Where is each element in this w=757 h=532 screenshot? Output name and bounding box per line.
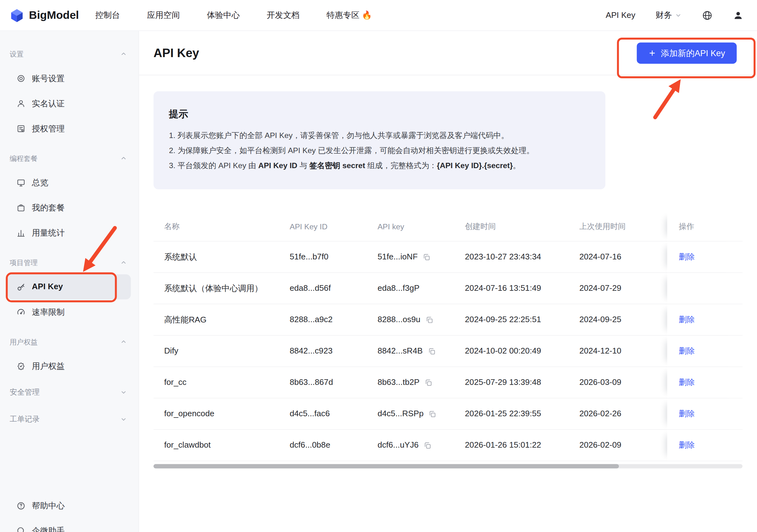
column-header-actions: 操作: [667, 212, 742, 241]
actions-cell: 删除: [667, 398, 742, 429]
scrollbar-thumb[interactable]: [154, 464, 619, 468]
created-time: 2026-01-25 22:39:55: [465, 398, 580, 429]
brand-name: BigModel: [29, 9, 79, 22]
sidebar-item-help-center[interactable]: 帮助中心: [0, 493, 138, 518]
chevron-up-icon: [120, 338, 127, 345]
created-time: 2024-10-02 00:20:49: [465, 336, 580, 367]
copy-icon[interactable]: [424, 378, 433, 387]
sidebar-item-api-key[interactable]: API Key: [8, 274, 131, 299]
nav-item-experience-center[interactable]: 体验中心: [207, 10, 240, 21]
delete-link[interactable]: 删除: [679, 346, 695, 356]
table-header-row: 名称 API Key ID API key 创建时间 上次使用时间 操作: [154, 212, 742, 241]
chevron-down-icon: [120, 416, 127, 423]
table-row: 系统默认 51fe...b7f0 51fe...ioNF 2023-10-27 …: [154, 241, 742, 273]
chevron-down-icon: [120, 389, 127, 395]
target-icon: [16, 74, 25, 83]
sidebar-group-coding-plan[interactable]: 编程套餐: [0, 147, 138, 170]
created-time: 2024-09-25 22:25:51: [465, 304, 580, 335]
brand-logo[interactable]: BigModel: [10, 8, 79, 22]
sidebar-item-authorization-management[interactable]: 授权管理: [0, 116, 138, 141]
notice-line-3-text: 3. 平台颁发的 API Key 由: [169, 161, 258, 170]
table-row: for_clawdbot dcf6...0b8e dcf6...uYJ6 202…: [154, 430, 742, 461]
sidebar-item-user-benefits[interactable]: 用户权益: [0, 354, 138, 379]
notice-line-3-bold: API Key ID: [258, 161, 298, 170]
copy-icon[interactable]: [422, 253, 431, 261]
column-header-created: 创建时间: [465, 212, 580, 241]
created-time: 2023-10-27 23:43:34: [465, 241, 580, 272]
nav-item-api-key[interactable]: API Key: [606, 10, 635, 20]
group-label: 安全管理: [10, 387, 40, 397]
sidebar-group-user-benefits[interactable]: 用户权益: [0, 330, 138, 354]
last-used-time: 2024-07-16: [579, 241, 667, 272]
sidebar-item-account-settings[interactable]: 账号设置: [0, 66, 138, 91]
api-key-table: 名称 API Key ID API key 创建时间 上次使用时间 操作 系统默…: [154, 212, 742, 461]
page-title: API Key: [154, 46, 199, 60]
page-header: API Key 添加新的API Key: [139, 31, 757, 76]
add-api-key-button[interactable]: 添加新的API Key: [637, 42, 737, 64]
apikey-value-cell: eda8...f3gP: [378, 273, 465, 304]
column-header-name: 名称: [154, 212, 290, 241]
briefcase-icon: [16, 203, 25, 212]
nav-item-console[interactable]: 控制台: [95, 10, 120, 21]
nav-item-dev-docs[interactable]: 开发文档: [267, 10, 300, 21]
table-row: Dify 8842...c923 8842...sR4B 2024-10-02 …: [154, 336, 742, 367]
table-row: for_cc 8b63...867d 8b63...tb2P 2025-07-2…: [154, 367, 742, 398]
created-time: 2025-07-29 13:39:48: [465, 367, 580, 398]
apikey-value: 8288...os9u: [378, 315, 420, 325]
horizontal-scrollbar[interactable]: [154, 464, 742, 468]
delete-link[interactable]: 删除: [679, 377, 695, 388]
actions-cell: 删除: [667, 367, 742, 398]
sidebar-group-settings[interactable]: 设置: [0, 42, 138, 66]
assistant-icon: [16, 526, 25, 532]
sidebar-group-security-management[interactable]: 安全管理: [0, 379, 138, 406]
user-icon[interactable]: [733, 10, 743, 21]
copy-icon[interactable]: [425, 316, 433, 324]
id-user-icon: [16, 99, 25, 108]
apikey-value-cell: 8288...os9u: [378, 304, 465, 335]
top-navbar: BigModel 控制台 应用空间 体验中心 开发文档 特惠专区 🔥 API K…: [0, 0, 757, 31]
delete-link[interactable]: 删除: [679, 314, 695, 325]
actions-cell: 删除: [667, 273, 742, 304]
delete-link[interactable]: 删除: [679, 408, 695, 419]
main-content: API Key 添加新的API Key 提示 1. 列表展示您账户下的全部 AP…: [139, 31, 757, 532]
sidebar-group-project-management[interactable]: 项目管理: [0, 251, 138, 274]
last-used-time: 2024-09-25: [579, 304, 667, 335]
globe-icon[interactable]: [702, 10, 712, 21]
bigmodel-logo-icon: [10, 8, 24, 22]
copy-icon[interactable]: [427, 347, 436, 355]
sidebar-item-overview[interactable]: 总览: [0, 170, 138, 195]
last-used-time: 2026-02-26: [579, 398, 667, 429]
key-icon: [16, 282, 25, 292]
notice-line-2: 2. 为保障账户安全，如平台检测到 API Key 已发生公开泄露，可能会自动对…: [169, 143, 590, 158]
group-label: 用户权益: [10, 337, 38, 346]
sidebar-item-rate-limit[interactable]: 速率限制: [0, 299, 138, 324]
nav-item-special-offers[interactable]: 特惠专区 🔥: [326, 10, 372, 21]
badge-icon: [16, 361, 25, 370]
add-api-key-button-label: 添加新的API Key: [661, 47, 725, 59]
copy-icon[interactable]: [423, 441, 432, 449]
sidebar-item-my-plan[interactable]: 我的套餐: [0, 195, 138, 220]
sidebar-item-wecom-assistant[interactable]: 企微助手: [0, 518, 138, 532]
apikey-value-cell: dcf6...uYJ6: [378, 430, 465, 461]
notice-line-3-text: 。: [513, 161, 521, 170]
apikey-value: 51fe...ioNF: [378, 252, 418, 262]
notice-line-3-bold: {API Key ID}.{secret}: [437, 161, 513, 170]
apikey-value-cell: 51fe...ioNF: [378, 241, 465, 272]
column-header-last-used: 上次使用时间: [579, 212, 667, 241]
apikey-value: dcf6...uYJ6: [378, 440, 419, 450]
delete-link[interactable]: 删除: [679, 252, 695, 262]
delete-link[interactable]: 删除: [679, 440, 695, 451]
column-header-key-id: API Key ID: [290, 212, 378, 241]
nav-item-app-space[interactable]: 应用空间: [147, 10, 180, 21]
sidebar-item-usage-statistics[interactable]: 用量统计: [0, 220, 138, 245]
nav-item-finance[interactable]: 财务: [656, 10, 682, 21]
apikey-name: for_clawdbot: [154, 430, 290, 461]
sidebar-group-ticket-records[interactable]: 工单记录: [0, 406, 138, 433]
sidebar-item-identity-verification[interactable]: 实名认证: [0, 91, 138, 116]
help-icon: [16, 501, 25, 510]
table-row: 高性能RAG 8288...a9c2 8288...os9u 2024-09-2…: [154, 304, 742, 336]
group-label: 项目管理: [10, 258, 38, 267]
copy-icon[interactable]: [428, 410, 437, 418]
apikey-id: 8b63...867d: [290, 367, 378, 398]
last-used-time: 2024-07-29: [579, 273, 667, 304]
